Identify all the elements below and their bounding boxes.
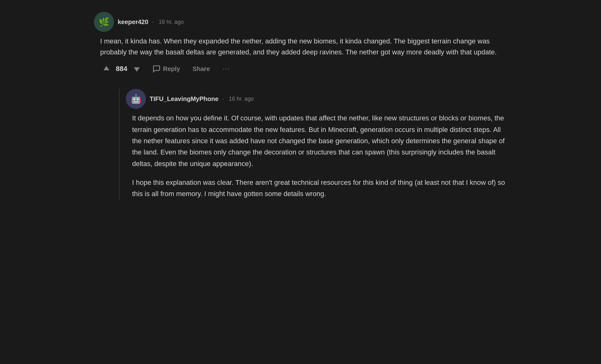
comment-text-tifu: It depends on how you define it. Of cour…	[132, 113, 507, 200]
comment-text-keeper: I mean, it kinda has. When they expanded…	[100, 36, 507, 58]
avatar-inner-tifu: 🤖	[126, 89, 146, 109]
comment-body-keeper: I mean, it kinda has. When they expanded…	[94, 36, 507, 81]
share-label-keeper: Share	[193, 65, 210, 73]
reply-button-keeper[interactable]: Reply	[149, 63, 183, 75]
avatar-keeper: 🌿	[94, 12, 114, 32]
dot-separator-keeper: ·	[152, 19, 154, 25]
page-wrapper: 🌿 keeper420 · 16 hr. ago I mean, it kind…	[81, 0, 520, 214]
comment-paragraph-2-tifu: I hope this explanation was clear. There…	[132, 177, 507, 200]
comment-icon-keeper	[152, 65, 161, 73]
avatar-inner-keeper: 🌿	[94, 12, 114, 32]
comment-header-keeper: 🌿 keeper420 · 16 hr. ago	[94, 12, 507, 32]
downvote-icon-keeper	[132, 64, 141, 73]
comment-thread: 🌿 keeper420 · 16 hr. ago I mean, it kind…	[94, 6, 507, 208]
vote-count-keeper: 884	[116, 65, 127, 73]
share-button-keeper[interactable]: Share	[189, 63, 213, 74]
comment-paragraph-1-tifu: It depends on how you define it. Of cour…	[132, 113, 507, 169]
comment-body-tifu: It depends on how you define it. Of cour…	[126, 113, 507, 200]
timestamp-keeper: 16 hr. ago	[159, 19, 184, 25]
comment-tifu: 🤖 TIFU_LeavingMyPhone · 16 hr. ago It de…	[119, 89, 507, 200]
timestamp-tifu: 16 hr. ago	[229, 96, 254, 102]
downvote-button-keeper[interactable]	[131, 63, 143, 75]
comment-keeper: 🌿 keeper420 · 16 hr. ago I mean, it kind…	[94, 9, 507, 84]
avatar-tifu: 🤖	[126, 89, 146, 109]
comment-header-tifu: 🤖 TIFU_LeavingMyPhone · 16 hr. ago	[126, 89, 507, 109]
vote-section-keeper: 884	[100, 63, 143, 75]
comment-actions-keeper: 884 Reply Share	[100, 63, 507, 75]
upvote-button-keeper[interactable]	[100, 63, 113, 75]
dot-separator-tifu: ·	[222, 96, 224, 102]
username-keeper[interactable]: keeper420	[118, 18, 148, 26]
username-tifu[interactable]: TIFU_LeavingMyPhone	[150, 95, 218, 103]
reply-label-keeper: Reply	[163, 65, 180, 73]
more-button-keeper[interactable]: ···	[219, 63, 233, 75]
upvote-icon-keeper	[102, 64, 111, 73]
